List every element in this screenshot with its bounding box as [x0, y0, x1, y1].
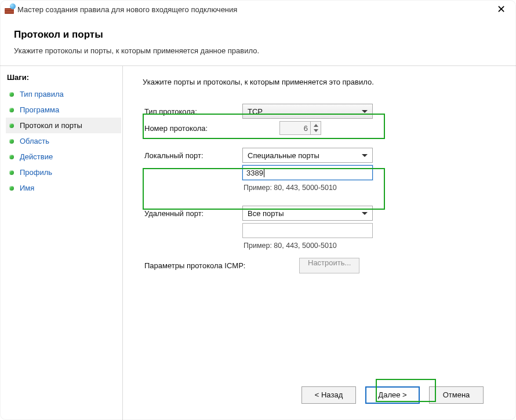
local-port-hint: Пример: 80, 443, 5000-5010	[242, 182, 376, 193]
sidebar-item-program[interactable]: Программа	[6, 102, 121, 118]
main-panel: Укажите порты и протоколы, к которым при…	[123, 66, 516, 420]
sidebar-item-label: Программа	[20, 105, 59, 114]
configure-icmp-button: Настроить...	[299, 258, 359, 273]
remote-port-mode-select[interactable]: Все порты	[242, 206, 373, 221]
form: Тип протокола: TCP Номер протокола: 6 Ло…	[143, 104, 499, 251]
protocol-number-stepper[interactable]: 6	[279, 121, 321, 135]
remote-port-hint: Пример: 80, 443, 5000-5010	[242, 240, 376, 251]
steps-sidebar: Шаги: Тип правила Программа Протокол и п…	[0, 66, 123, 420]
sidebar-item-protocol-ports[interactable]: Протокол и порты	[6, 118, 121, 133]
sidebar-item-name[interactable]: Имя	[6, 180, 121, 196]
remote-port-mode-value: Все порты	[248, 209, 284, 218]
sidebar-item-label: Протокол и порты	[20, 121, 82, 130]
bullet-icon	[9, 186, 14, 191]
sidebar-item-rule-type[interactable]: Тип правила	[6, 86, 121, 102]
firewall-icon	[5, 5, 14, 14]
sidebar-item-label: Имя	[20, 184, 34, 192]
sidebar-item-action[interactable]: Действие	[6, 149, 121, 165]
sidebar-item-label: Действие	[20, 152, 53, 161]
local-port-mode-value: Специальные порты	[248, 151, 319, 160]
steps-title: Шаги:	[7, 73, 121, 82]
protocol-number-value: 6	[304, 124, 308, 133]
window-title: Мастер создания правила для нового входя…	[17, 5, 237, 14]
local-port-input[interactable]: 3389	[242, 165, 373, 180]
bullet-icon	[9, 139, 14, 144]
cancel-button[interactable]: Отмена	[429, 386, 484, 404]
remote-port-input[interactable]	[242, 223, 373, 238]
spinner-buttons-icon[interactable]	[310, 122, 321, 134]
sidebar-item-label: Тип правила	[20, 90, 64, 98]
local-port-value: 3389	[246, 169, 263, 177]
page-subtitle: Укажите протоколы и порты, к которым при…	[14, 46, 502, 55]
label-local-port: Локальный порт:	[143, 149, 242, 162]
wizard-footer: < Назад Далее > Отмена	[143, 378, 499, 413]
sidebar-item-label: Область	[20, 137, 49, 145]
protocol-type-select[interactable]: TCP	[242, 104, 373, 119]
instruction-text: Укажите порты и протоколы, к которым при…	[143, 78, 499, 86]
sidebar-item-profile[interactable]: Профиль	[6, 165, 121, 180]
page-title: Протокол и порты	[14, 29, 502, 41]
label-icmp: Параметры протокола ICMP:	[143, 259, 299, 272]
bullet-icon	[9, 92, 14, 97]
wizard-header: Протокол и порты Укажите протоколы и пор…	[0, 19, 516, 66]
bullet-icon	[9, 170, 14, 175]
label-remote-port: Удаленный порт:	[143, 207, 242, 220]
label-protocol-type: Тип протокола:	[143, 105, 242, 118]
next-button[interactable]: Далее >	[365, 386, 420, 404]
back-button[interactable]: < Назад	[301, 386, 356, 404]
bullet-icon	[9, 123, 14, 128]
bullet-icon	[9, 155, 14, 159]
sidebar-item-scope[interactable]: Область	[6, 133, 121, 149]
protocol-type-value: TCP	[248, 107, 263, 116]
text-caret-icon	[264, 168, 264, 177]
close-icon[interactable]: ✕	[491, 2, 511, 17]
label-protocol-number: Номер протокола:	[143, 122, 242, 135]
local-port-mode-select[interactable]: Специальные порты	[242, 148, 373, 163]
sidebar-item-label: Профиль	[20, 168, 52, 177]
titlebar: Мастер создания правила для нового входя…	[0, 0, 516, 19]
bullet-icon	[9, 108, 14, 112]
